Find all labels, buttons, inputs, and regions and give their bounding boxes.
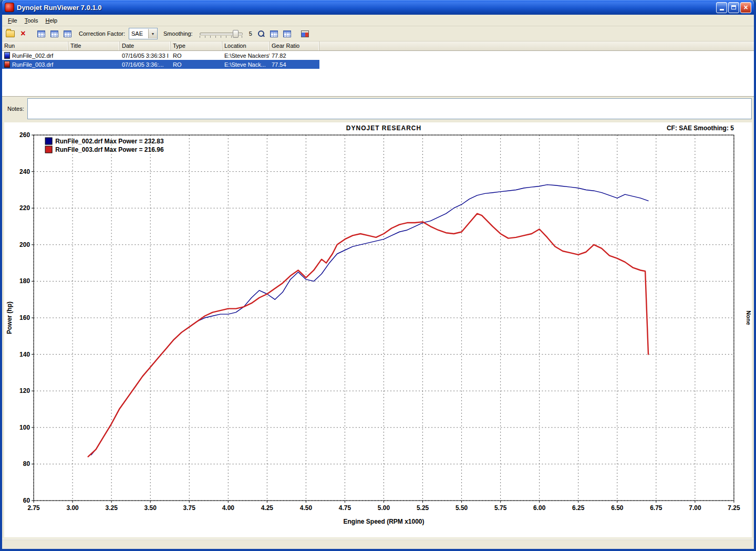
menu-bar: File Tools Help [2,15,754,26]
column-header-date[interactable]: Date [120,41,171,50]
x-axis-label: Engine Speed (RPM x1000) [343,518,424,525]
legend-label: RunFile_003.drf Max Power = 216.96 [55,146,164,153]
table-row[interactable]: RunFile_002.drf 07/16/05 3:36:33 I RO E:… [2,51,319,60]
run-location: E:\Steve Nackers\ [222,53,270,59]
y-tick-label: 140 [19,351,30,358]
report-table-button[interactable] [268,28,280,39]
y-tick-label: 160 [19,314,30,321]
minimize-icon [720,9,724,11]
data-grid-button[interactable] [282,28,293,39]
notes-input[interactable] [27,98,752,119]
y-axis-label: Power (hp) [6,302,13,334]
table-icon [50,30,58,37]
x-tick-label: 4.75 [339,504,351,512]
spreadsheet-button[interactable] [61,28,73,39]
legend-swatch [45,146,52,153]
run-date: 07/16/05 3:36:... [120,61,171,68]
table-row-selected[interactable]: RunFile_003.drf 07/16/05 3:36:... RO E:\… [2,60,319,69]
compare-runs-button[interactable] [299,28,311,39]
run-gear-ratio: 77.54 [270,61,319,68]
minimize-button[interactable] [716,2,727,13]
table-icon [283,30,291,37]
run-gear-ratio: 77.82 [270,53,319,59]
x-tick-label: 7.00 [689,504,701,512]
chart-grid [32,135,734,503]
x-tick-label: 6.50 [611,504,624,512]
run-name: RunFile_003.drf [12,61,53,68]
delete-run-button[interactable] [17,28,29,39]
dyno-chart-svg: 2.753.003.253.503.754.004.254.504.755.00… [4,122,752,537]
right-axis-label: None [745,310,752,325]
column-header-location[interactable]: Location [222,41,270,50]
run-location: E:\Steve Nack... [222,61,270,68]
x-tick-label: 5.75 [494,504,507,512]
chart-cf-label: CF: SAE Smoothing: 5 [667,124,734,132]
slider-thumb[interactable] [233,30,239,38]
x-tick-label: 4.50 [300,504,313,512]
y-tick-label: 180 [19,277,30,285]
delete-x-icon [20,29,25,38]
table-icon [270,30,278,37]
correction-factor-label: Correction Factor: [79,30,125,37]
chevron-down-icon[interactable] [148,29,157,38]
chart-title: DYNOJET RESEARCH [346,124,421,132]
table-icon [64,30,71,37]
y-tick-label: 120 [19,387,30,394]
legend-label: RunFile_002.drf Max Power = 232.83 [55,138,164,145]
title-bar[interactable]: Dynojet RunViewer 7.0.1.0 [2,0,754,15]
x-tick-label: 6.00 [533,504,546,512]
zoom-data-button[interactable] [255,28,267,39]
column-header-run[interactable]: Run [2,41,68,50]
x-tick-label: 5.25 [417,504,429,512]
open-file-button[interactable] [4,28,16,39]
x-tick-label: 3.75 [183,504,196,512]
x-tick-label: 4.00 [222,504,235,512]
x-tick-label: 3.50 [144,504,157,512]
toolbar: Correction Factor: SAE Smoothing: 5 [2,26,754,41]
graph-data-table-button[interactable] [48,28,60,39]
x-tick-label: 2.75 [27,504,40,512]
correction-factor-select[interactable]: SAE [129,28,158,39]
smoothing-value: 5 [247,30,254,37]
run-type: RO [171,53,222,59]
maximize-button[interactable] [728,2,739,13]
smoothing-label: Smoothing: [163,30,193,37]
correction-factor-value: SAE [129,30,148,37]
run-list: Run Title Date Type Location Gear Ratio … [2,41,754,97]
column-header-gear-ratio[interactable]: Gear Ratio [270,41,319,50]
y-tick-label: 260 [19,131,30,139]
app-icon [5,3,14,12]
menu-file[interactable]: File [4,16,21,25]
y-tick-label: 240 [19,168,30,175]
chart-legend [45,138,52,153]
x-tick-label: 5.00 [378,504,390,512]
column-header-type[interactable]: Type [171,41,222,50]
table-icon [37,30,45,37]
menu-help[interactable]: Help [42,16,61,25]
run-file-icon [4,61,10,68]
y-tick-label: 200 [19,241,30,248]
series-RunFile_003.drf [88,214,648,457]
close-button[interactable] [740,2,751,13]
run-date: 07/16/05 3:36:33 I [120,53,171,59]
smoothing-slider[interactable] [199,29,244,38]
y-tick-label: 220 [19,204,30,212]
x-tick-label: 4.25 [261,504,274,512]
app-window: Dynojet RunViewer 7.0.1.0 File Tools Hel… [0,0,756,551]
run-list-table-button[interactable] [35,28,47,39]
notes-section: Notes: [2,97,754,121]
chart-panel: 2.753.003.253.503.754.004.254.504.755.00… [2,121,754,539]
toolbar-separator [295,28,298,39]
maximize-icon [731,5,736,9]
y-tick-label: 80 [23,460,30,467]
menu-tools[interactable]: Tools [21,16,42,25]
compare-grid-icon [301,30,309,37]
y-tick-label: 100 [19,424,30,431]
x-tick-label: 3.00 [66,504,79,512]
status-bar [2,539,754,549]
legend-swatch [45,138,52,144]
toolbar-separator [30,28,34,39]
column-header-title[interactable]: Title [68,41,120,50]
window-title: Dynojet RunViewer 7.0.1.0 [17,4,716,12]
series-RunFile_002.drf [91,185,648,455]
